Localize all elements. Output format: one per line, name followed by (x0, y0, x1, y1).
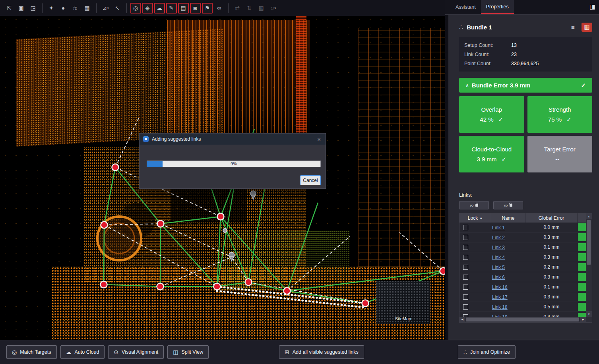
tab-assistant[interactable]: Assistant (450, 0, 481, 14)
cancel-button[interactable]: Cancel (300, 175, 321, 185)
scrollbar-thumb[interactable] (587, 220, 591, 265)
list-view-button[interactable]: ≡ (568, 23, 578, 32)
split-view-button[interactable]: ◫ Split View (167, 345, 209, 359)
match-targets-button[interactable]: ◎ Match Targets (6, 345, 57, 359)
scroll-right-icon[interactable]: ▶ (580, 317, 586, 322)
dialog-titlebar[interactable]: Adding suggested links × (140, 134, 326, 145)
station-node[interactable] (362, 300, 369, 307)
link-name[interactable]: Link 4 (491, 255, 505, 260)
unlock-links-button[interactable]: ∞ (493, 201, 523, 209)
link-name[interactable]: Link 3 (491, 245, 505, 250)
station-node[interactable] (101, 281, 107, 288)
image-tool-icon[interactable]: ▤ (178, 3, 189, 14)
link-name[interactable]: Link 17 (491, 294, 508, 300)
link-name[interactable]: Link 6 (491, 275, 505, 280)
link-name[interactable]: Link 16 (491, 285, 508, 290)
station-node[interactable] (157, 221, 164, 227)
target-error-tile[interactable]: Target Error -- (527, 136, 593, 172)
Link 17[interactable]: Link 17 0.3 mm (459, 292, 586, 302)
panel-layout-icon[interactable]: ◨ (589, 3, 595, 10)
close-icon[interactable]: × (316, 136, 322, 142)
link-lock-checkbox[interactable] (463, 285, 468, 290)
Link 4[interactable]: Link 4 0.3 mm (459, 252, 586, 262)
join-and-optimize-button[interactable]: ∴ Join and Optimize (458, 345, 516, 359)
auto-cloud-button[interactable]: ☁ Auto Cloud (60, 345, 105, 359)
header-global-error[interactable]: Global Error (525, 213, 578, 223)
scroll-down-icon[interactable]: ▼ (586, 311, 592, 317)
link-lock-checkbox[interactable] (463, 294, 468, 300)
bottom-left-buttons: ◎ Match Targets ☁ Auto Cloud ⊙ Visual Al… (6, 345, 209, 359)
pick-tool-icon[interactable]: ↖ (112, 3, 123, 14)
overlap-tile[interactable]: Overlap 42 % ✓ (459, 96, 524, 133)
Link 19[interactable]: Link 19 0.4 mm (459, 312, 586, 317)
Link 18[interactable]: Link 18 0.5 mm (459, 302, 586, 312)
scrollbar-thumb[interactable] (466, 318, 579, 321)
Link 1[interactable]: Link 1 0.0 mm (459, 223, 586, 232)
link-name[interactable]: Link 18 (491, 304, 508, 310)
station-node[interactable] (440, 268, 446, 275)
camera-tool-icon[interactable]: ◙ (190, 3, 201, 14)
link-name[interactable]: Link 2 (491, 235, 505, 240)
grid-view-button[interactable]: ▦ (582, 23, 592, 32)
sphere-target-icon[interactable]: ● (58, 3, 69, 14)
station-node-unlinked[interactable] (223, 228, 227, 232)
button-icon: ◫ (173, 349, 178, 355)
bundle-title: Bundle 1 (467, 24, 492, 31)
link-status-indicator (578, 223, 586, 232)
station-node[interactable] (245, 279, 252, 286)
header-lock[interactable]: Lock ▲ (459, 213, 491, 223)
link-lock-checkbox[interactable] (463, 275, 468, 280)
zoom-window-icon[interactable]: ◲ (28, 3, 39, 14)
plane-target-icon[interactable]: ▦ (82, 3, 93, 14)
Link 5[interactable]: Link 5 0.2 mm (459, 262, 586, 272)
cloud-stack-icon[interactable]: ≋ (70, 3, 81, 14)
scroll-up-icon[interactable]: ▲ (586, 213, 592, 219)
Link 6[interactable]: Link 6 0.3 mm (459, 272, 586, 282)
station-network-icon[interactable]: ✦ (46, 3, 57, 14)
station-node[interactable] (157, 283, 164, 290)
vertical-scrollbar[interactable]: ▲ ▼ (586, 213, 592, 317)
header-name[interactable]: Name (491, 213, 525, 223)
link-lock-checkbox[interactable] (463, 225, 468, 230)
tab-properties[interactable]: Properties (481, 0, 514, 14)
station-node[interactable] (214, 283, 221, 290)
Link 2[interactable]: Link 2 0.3 mm (459, 232, 586, 242)
station-node[interactable] (217, 213, 224, 220)
station-node[interactable] (101, 222, 108, 228)
Link 16[interactable]: Link 16 0.1 mm (459, 282, 586, 292)
tag-tool-icon[interactable]: ◈ (142, 3, 153, 14)
sitemap-thumbnail[interactable]: SiteMap (376, 281, 430, 324)
scroll-left-icon[interactable]: ◀ (459, 317, 465, 322)
link-lock-checkbox[interactable] (463, 265, 468, 270)
link-lock-checkbox[interactable] (463, 255, 468, 260)
measure-tool-icon[interactable]: ⊿▾ (100, 3, 111, 14)
link-lock-checkbox[interactable] (463, 245, 468, 250)
paste-view-icon[interactable]: ⇱ (4, 3, 15, 14)
bundle-icon: ∴ (459, 23, 463, 31)
3d-viewport[interactable]: SiteMap Adding suggested links × 9% Canc… (0, 16, 445, 340)
selection-mode-icon[interactable]: ◌▾ (268, 3, 279, 14)
copy-view-icon[interactable]: ▣ (16, 3, 27, 14)
bundle-error-button[interactable]: ∧ Bundle Error 3.9 mm ✓ (459, 78, 592, 93)
link-status-indicator (578, 302, 586, 312)
add-all-suggested-links-button[interactable]: ⊞ Add all visible suggested links (279, 345, 364, 359)
link-tool-icon[interactable]: ∞ (214, 3, 225, 14)
horizontal-scrollbar[interactable]: ◀ ▶ (459, 317, 586, 322)
target-tool-icon[interactable]: ◎ (130, 3, 141, 14)
link-name[interactable]: Link 1 (491, 225, 505, 230)
strength-tile[interactable]: Strength 75 % ✓ (527, 96, 593, 133)
lock-links-button[interactable]: ∞ (459, 201, 489, 209)
cloud-tool-icon[interactable]: ☁ (154, 3, 165, 14)
cloud-to-cloud-tile[interactable]: Cloud-to-Cloud 3.9 mm ✓ (459, 136, 524, 172)
station-pin[interactable] (250, 191, 256, 199)
link-name[interactable]: Link 5 (491, 265, 505, 270)
annotate-tool-icon[interactable]: ✎ (166, 3, 177, 14)
link-lock-checkbox[interactable] (463, 304, 468, 310)
geotag-tool-icon[interactable]: ⚑ (202, 3, 213, 14)
Link 3[interactable]: Link 3 0.1 mm (459, 242, 586, 252)
link-lock-checkbox[interactable] (463, 235, 468, 240)
station-node[interactable] (112, 164, 119, 171)
visual-alignment-button[interactable]: ⊙ Visual Alignment (108, 345, 164, 359)
station-node[interactable] (284, 288, 291, 294)
dialog-title: Adding suggested links (152, 136, 201, 142)
